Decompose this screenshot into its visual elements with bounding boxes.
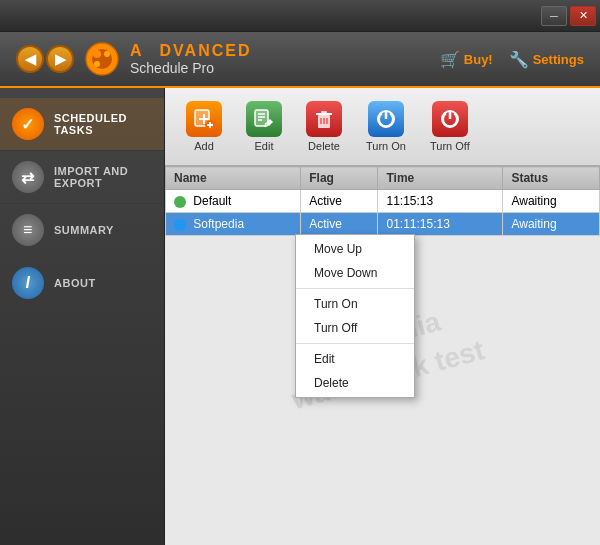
toolbar: Add Edit: [165, 88, 600, 166]
context-edit[interactable]: Edit: [296, 347, 414, 371]
sidebar-item-import-export[interactable]: ⇄ IMPORT AND EXPORT: [0, 151, 164, 204]
nav-back-button[interactable]: ◀: [16, 45, 44, 73]
context-move-up[interactable]: Move Up: [296, 237, 414, 261]
logo-schedule-text: Schedule Pro: [130, 60, 252, 76]
edit-icon: [246, 101, 282, 137]
row-time: 01:11:15:13: [378, 213, 503, 236]
row-status-icon: [174, 196, 186, 208]
add-icon: [186, 101, 222, 137]
svg-point-4: [94, 61, 100, 67]
nav-arrows: ◀ ▶: [16, 45, 74, 73]
nav-forward-button[interactable]: ▶: [46, 45, 74, 73]
context-separator-2: [296, 343, 414, 344]
row-time: 11:15:13: [378, 190, 503, 213]
row-flag: Active: [301, 213, 378, 236]
delete-button[interactable]: Delete: [297, 96, 351, 157]
table-area: Name Flag Time Status Default Active 11:…: [165, 166, 600, 545]
about-icon: i: [12, 267, 44, 299]
row-name: Softpedia: [166, 213, 301, 236]
add-button[interactable]: Add: [177, 96, 231, 157]
row-status-icon: [174, 219, 186, 231]
row-status: Awaiting: [503, 190, 600, 213]
context-menu: Move Up Move Down Turn On Turn Off Edit …: [295, 234, 415, 398]
svg-line-17: [265, 123, 266, 127]
buy-button[interactable]: 🛒 Buy!: [440, 50, 493, 69]
row-status: Awaiting: [503, 213, 600, 236]
header: ◀ ▶ AADVANCEDDVANCED Schedule Pro 🛒 Buy!: [0, 32, 600, 88]
logo-icon: [84, 41, 120, 77]
content-area: Add Edit: [165, 88, 600, 545]
close-button[interactable]: ✕: [570, 6, 596, 26]
logo-advanced-text: AADVANCEDDVANCED: [130, 42, 252, 60]
main-layout: ✓ SCHEDULED TASKS ⇄ IMPORT AND EXPORT ≡ …: [0, 88, 600, 545]
edit-button[interactable]: Edit: [237, 96, 291, 157]
scheduled-tasks-icon: ✓: [12, 108, 44, 140]
context-separator-1: [296, 288, 414, 289]
import-export-icon: ⇄: [12, 161, 44, 193]
context-move-down[interactable]: Move Down: [296, 261, 414, 285]
wrench-icon: 🔧: [509, 50, 529, 69]
sidebar-item-summary[interactable]: ≡ SUMMARY: [0, 204, 164, 257]
minimize-button[interactable]: ─: [541, 6, 567, 26]
context-turn-on[interactable]: Turn On: [296, 292, 414, 316]
sidebar-item-about[interactable]: i ABOUT: [0, 257, 164, 310]
turn-off-button[interactable]: Turn Off: [421, 96, 479, 157]
context-turn-off[interactable]: Turn Off: [296, 316, 414, 340]
settings-button[interactable]: 🔧 Settings: [509, 50, 584, 69]
svg-point-3: [104, 51, 110, 57]
context-delete[interactable]: Delete: [296, 371, 414, 395]
sidebar: ✓ SCHEDULED TASKS ⇄ IMPORT AND EXPORT ≡ …: [0, 88, 165, 545]
turn-on-icon: [368, 101, 404, 137]
col-flag: Flag: [301, 167, 378, 190]
table-row[interactable]: Softpedia Active 01:11:15:13 Awaiting: [166, 213, 600, 236]
header-actions: 🛒 Buy! 🔧 Settings: [440, 50, 584, 69]
turn-off-icon: [432, 101, 468, 137]
logo-text: AADVANCEDDVANCED Schedule Pro: [130, 42, 252, 76]
svg-point-2: [93, 50, 101, 58]
title-bar: ─ ✕: [0, 0, 600, 32]
delete-icon: [306, 101, 342, 137]
logo-area: ◀ ▶ AADVANCEDDVANCED Schedule Pro: [16, 41, 440, 77]
task-table: Name Flag Time Status Default Active 11:…: [165, 166, 600, 236]
col-name: Name: [166, 167, 301, 190]
row-name: Default: [166, 190, 301, 213]
row-flag: Active: [301, 190, 378, 213]
turn-on-button[interactable]: Turn On: [357, 96, 415, 157]
summary-icon: ≡: [12, 214, 44, 246]
svg-rect-23: [321, 111, 327, 114]
cart-icon: 🛒: [440, 50, 460, 69]
col-time: Time: [378, 167, 503, 190]
col-status: Status: [503, 167, 600, 190]
sidebar-item-scheduled-tasks[interactable]: ✓ SCHEDULED TASKS: [0, 98, 164, 151]
table-row[interactable]: Default Active 11:15:13 Awaiting: [166, 190, 600, 213]
